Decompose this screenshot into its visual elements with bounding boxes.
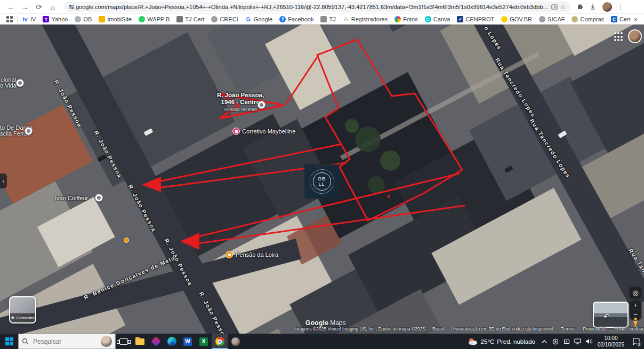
poi-danca-pin[interactable] (25, 127, 33, 135)
bookmark-imobisite[interactable]: ImobiSite (99, 16, 132, 22)
bookmark-label: Central do Frete (619, 16, 631, 22)
bookmark-favicon (99, 16, 105, 22)
bookmark-star-icon[interactable]: ☆ (559, 3, 567, 11)
poi-maybelline-pin[interactable] (232, 128, 240, 135)
browser-profile-avatar[interactable] (602, 2, 612, 12)
feedback-link[interactable]: Enviar feedback sobre o produto (614, 326, 644, 332)
bookmark-cenprot[interactable]: ✓CENPROT (457, 16, 494, 22)
poi-orange-dot-pin[interactable] (124, 238, 129, 243)
bookmark-sicaf[interactable]: SICAF (539, 16, 565, 22)
gimp-button[interactable] (228, 334, 244, 349)
place-marker-pin[interactable] (257, 101, 265, 109)
bookmark-google[interactable]: GGoogle (245, 16, 272, 22)
my-location-button[interactable]: ◎ (630, 287, 641, 298)
poi-vida-label[interactable]: cionalo Vida (0, 77, 16, 89)
poi-coiffeur-pin[interactable] (95, 194, 103, 202)
system-tray (540, 334, 594, 349)
url-text[interactable]: google.com/maps/place/R.+João+Pessoa,+10… (76, 4, 550, 10)
poi-pensao-pin[interactable] (226, 251, 233, 258)
agency-watermark: OB LL (304, 164, 339, 199)
google-apps-grid-icon[interactable] (614, 32, 624, 42)
bookmark-list: ivIVYYahooOBImobiSiteWAPP BTJ CertCRECIG… (22, 16, 631, 22)
google-account-avatar[interactable] (628, 29, 642, 43)
file-explorer-button[interactable] (132, 334, 148, 349)
bookmark-fotos[interactable]: Fotos (395, 16, 418, 22)
poi-maybelline-label[interactable]: Corretivo Maybelline (242, 128, 295, 135)
windows-logo-icon (5, 337, 13, 345)
bookmarks-overflow-icon[interactable]: » (631, 15, 641, 23)
google-logo-text: Google (305, 319, 328, 327)
chrome-icon (215, 337, 224, 346)
tray-volume-icon[interactable] (584, 334, 594, 349)
zoom-in-button[interactable]: + (630, 301, 641, 310)
action-center-button[interactable]: 2 (628, 334, 644, 349)
bookmark-gov-br[interactable]: GOV.BR (501, 16, 532, 22)
watermark-bottom: LL (318, 182, 325, 187)
photos-app-button[interactable] (148, 334, 164, 349)
forward-icon[interactable]: → (18, 1, 32, 13)
bookmark-label: ImobiSite (107, 16, 132, 22)
bookmark-label: Yahoo (51, 16, 68, 22)
tray-chevron-icon[interactable] (540, 334, 549, 349)
excel-button[interactable]: X (196, 334, 212, 349)
downloads-icon[interactable] (589, 3, 597, 11)
bookmark-central-do-frete[interactable]: CCentral do Frete (611, 16, 631, 22)
edge-icon (167, 337, 176, 346)
privacy-link[interactable]: Privacidade (583, 326, 607, 332)
taskbar-search[interactable] (18, 334, 116, 349)
tray-network-icon[interactable] (573, 334, 583, 349)
bookmark-label: CENPROT (465, 16, 494, 22)
word-icon: W (183, 337, 192, 346)
cast-icon[interactable] (550, 3, 559, 11)
bookmark-iv[interactable]: ivIV (22, 16, 36, 22)
edge-button[interactable] (164, 334, 180, 349)
street-view-thumbnail[interactable]: ↶ (593, 302, 629, 328)
collapse-panel-arrow[interactable]: ‹ (0, 173, 7, 188)
terms-link[interactable]: Termos (561, 326, 576, 332)
poi-vida-pin[interactable] (16, 79, 24, 87)
reload-icon[interactable]: ⟳ (32, 1, 46, 13)
poi-pensao-label[interactable]: Pensão da Loira (236, 251, 278, 258)
bookmark-creci[interactable]: CRECI (211, 16, 238, 22)
start-button[interactable] (0, 334, 18, 349)
search-assistant-avatar (101, 336, 112, 347)
poi-coiffeur-label[interactable]: Ivan Coiffeur (55, 195, 88, 201)
bookmark-favicon: iv (22, 16, 28, 22)
word-button[interactable]: W (180, 334, 196, 349)
poi-danca-label[interactable]: to De Dançascila Ferraz (0, 125, 25, 137)
bookmark-favicon: ∴ (343, 16, 349, 22)
bookmark-yahoo[interactable]: YYahoo (43, 16, 68, 22)
tray-record-icon[interactable] (551, 334, 560, 349)
browser-menu-icon[interactable]: ⋮ (616, 3, 625, 11)
site-info-icon[interactable] (67, 3, 76, 11)
tray-window-icon[interactable] (562, 334, 571, 349)
layers-label: Camadas (16, 315, 34, 320)
chrome-button-active[interactable] (212, 334, 228, 349)
bookmark-tj-cert[interactable]: TJ Cert (176, 16, 204, 22)
bookmark-wapp-b[interactable]: WAPP B (139, 16, 170, 22)
bookmark-label: Facebook (288, 16, 313, 22)
task-view-button[interactable] (116, 334, 132, 349)
bookmark-registradores[interactable]: ∴Registradores (343, 16, 388, 22)
bookmark-compras[interactable]: Compras (571, 16, 604, 22)
address-bar[interactable]: google.com/maps/place/R.+João+Pessoa,+10… (64, 2, 570, 12)
earth-3d-notice: A visualização em 3D do Earth não está d… (451, 326, 553, 332)
bookmark-favicon (211, 16, 218, 22)
layers-button[interactable]: ❖Camadas (9, 296, 36, 323)
map-attribution: Imagens ©2025 Vexcel Imaging US, Inc., D… (294, 326, 644, 332)
bookmark-ob[interactable]: OB (75, 16, 92, 22)
bookmark-canva[interactable]: CCanva (425, 16, 450, 22)
home-icon[interactable]: ⌂ (46, 1, 60, 13)
bookmark-favicon: C (425, 16, 431, 22)
apps-grid-icon[interactable] (5, 15, 14, 23)
weather-cloud-icon (468, 337, 478, 345)
taskbar-clock[interactable]: 10:00 02/10/2025 (594, 335, 628, 348)
weather-widget[interactable]: 25°C Pred. nublado (463, 337, 540, 345)
bookmark-label: CRECI (220, 16, 238, 22)
search-input[interactable] (32, 337, 95, 346)
extension-icon[interactable] (576, 3, 584, 11)
map-canvas[interactable]: R. João PessoaR. João PessoaR. João Pess… (0, 25, 644, 334)
bookmark-tj[interactable]: TJ (320, 16, 335, 22)
back-icon[interactable]: ← (4, 1, 18, 13)
bookmark-facebook[interactable]: fFacebook (279, 16, 313, 22)
